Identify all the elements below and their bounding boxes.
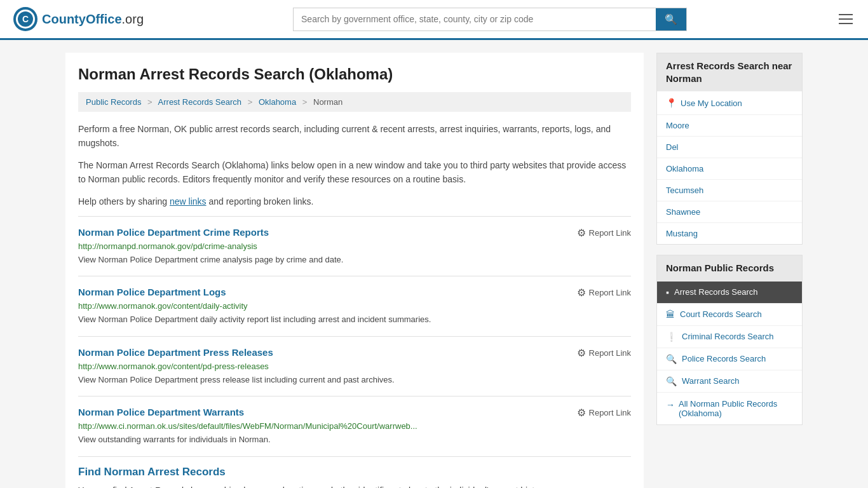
public-records-item-0[interactable]: ▪ Arrest Records Search xyxy=(657,281,802,303)
page-title: Norman Arrest Records Search (Oklahoma) xyxy=(78,65,631,83)
arrow-icon: → xyxy=(666,400,675,410)
sidebar: Arrest Records Search near Norman 📍 Use … xyxy=(656,53,803,488)
content-area: Norman Arrest Records Search (Oklahoma) … xyxy=(65,53,644,488)
report-link-btn-2[interactable]: ⚙ Report Link xyxy=(577,347,631,359)
records-container: Norman Police Department Crime Reports ⚙… xyxy=(78,216,631,456)
report-icon-0: ⚙ xyxy=(577,227,586,239)
breadcrumb-arrest-records[interactable]: Arrest Records Search xyxy=(158,97,242,107)
record-header: Norman Police Department Warrants ⚙ Repo… xyxy=(78,407,631,419)
nearby-card: Arrest Records Search near Norman 📍 Use … xyxy=(656,53,803,245)
pin-icon: 📍 xyxy=(666,98,677,108)
report-link-btn-0[interactable]: ⚙ Report Link xyxy=(577,227,631,239)
breadcrumb-sep-1: > xyxy=(147,97,153,107)
record-item: Norman Police Department Warrants ⚙ Repo… xyxy=(78,396,631,456)
public-records-item-1[interactable]: 🏛 Court Records Search xyxy=(657,303,802,325)
nearby-card-header: Arrest Records Search near Norman xyxy=(657,53,802,91)
record-url-2[interactable]: http://www.normanok.gov/content/pd-press… xyxy=(78,362,631,371)
report-link-btn-1[interactable]: ⚙ Report Link xyxy=(577,287,631,299)
description-line1: Perform a free Norman, OK public arrest … xyxy=(78,122,631,151)
all-records-label: All Norman Public Records (Oklahoma) xyxy=(679,399,793,418)
find-section-desc: You can find Arrest Records by searching… xyxy=(78,484,631,488)
record-title-0[interactable]: Norman Police Department Crime Reports xyxy=(78,227,269,238)
record-header: Norman Police Department Crime Reports ⚙… xyxy=(78,227,631,239)
use-my-location[interactable]: 📍 Use My Location xyxy=(657,91,802,114)
record-title-3[interactable]: Norman Police Department Warrants xyxy=(78,407,244,417)
public-records-items: ▪ Arrest Records Search 🏛 Court Records … xyxy=(657,281,802,392)
report-label-1: Report Link xyxy=(589,288,631,297)
search-bar: 🔍 xyxy=(293,8,687,31)
sidebar-item-icon-2: ❕ xyxy=(666,332,677,342)
sidebar-item-icon-4: 🔍 xyxy=(666,376,677,386)
main-wrapper: Norman Arrest Records Search (Oklahoma) … xyxy=(53,40,815,488)
record-title-2[interactable]: Norman Police Department Press Releases xyxy=(78,347,273,358)
report-link-btn-3[interactable]: ⚙ Report Link xyxy=(577,407,631,419)
report-icon-2: ⚙ xyxy=(577,347,586,359)
public-records-header: Norman Public Records xyxy=(657,255,802,281)
report-icon-1: ⚙ xyxy=(577,287,586,299)
logo-text: CountyOffice.org xyxy=(42,12,144,27)
description-line3: Help others by sharing new links and rep… xyxy=(78,194,631,208)
desc-suffix: and reporting broken links. xyxy=(207,196,314,207)
new-links-link[interactable]: new links xyxy=(170,196,207,207)
record-desc-3: View outstanding warrants for individual… xyxy=(78,433,631,446)
sidebar-item-label-1: Court Records Search xyxy=(680,309,762,319)
record-desc-2: View Norman Police Department press rele… xyxy=(78,374,631,386)
record-desc-0: View Norman Police Department crime anal… xyxy=(78,254,631,266)
record-header: Norman Police Department Press Releases … xyxy=(78,347,631,359)
sidebar-item-label-3: Police Records Search xyxy=(682,354,766,363)
breadcrumb-public-records[interactable]: Public Records xyxy=(86,97,141,107)
public-records-card: Norman Public Records ▪ Arrest Records S… xyxy=(656,255,803,425)
sidebar-item-label-4: Warrant Search xyxy=(682,376,740,386)
record-title-1[interactable]: Norman Police Department Logs xyxy=(78,287,226,297)
logo-area: C CountyOffice.org xyxy=(13,6,144,32)
record-url-1[interactable]: http://www.normanok.gov/content/daily-ac… xyxy=(78,301,631,311)
nearby-item-2[interactable]: Oklahoma xyxy=(657,158,802,179)
sidebar-item-label-0: Arrest Records Search xyxy=(674,287,758,297)
search-icon: 🔍 xyxy=(665,14,677,25)
breadcrumb: Public Records > Arrest Records Search >… xyxy=(78,92,631,112)
nearby-item-3[interactable]: Tecumseh xyxy=(657,179,802,201)
record-item: Norman Police Department Logs ⚙ Report L… xyxy=(78,276,631,336)
desc-prefix: Help others by sharing xyxy=(78,196,170,207)
nearby-item-0[interactable]: Moore xyxy=(657,114,802,136)
sidebar-item-icon-3: 🔍 xyxy=(666,354,677,364)
menu-line-2 xyxy=(839,18,853,20)
public-records-item-4[interactable]: 🔍 Warrant Search xyxy=(657,370,802,392)
nearby-item-1[interactable]: Del xyxy=(657,136,802,158)
nearby-item-5[interactable]: Mustang xyxy=(657,222,802,244)
report-label-0: Report Link xyxy=(589,228,631,238)
breadcrumb-sep-3: > xyxy=(302,97,308,107)
breadcrumb-oklahoma[interactable]: Oklahoma xyxy=(259,97,296,107)
report-label-3: Report Link xyxy=(589,408,631,417)
menu-line-1 xyxy=(839,14,853,15)
public-records-item-2[interactable]: ❕ Criminal Records Search xyxy=(657,325,802,348)
svg-text:C: C xyxy=(22,14,29,24)
logo-icon: C xyxy=(13,6,38,32)
record-header: Norman Police Department Logs ⚙ Report L… xyxy=(78,287,631,299)
breadcrumb-current: Norman xyxy=(313,97,342,107)
use-location-label: Use My Location xyxy=(681,98,742,108)
all-records-link[interactable]: → All Norman Public Records (Oklahoma) xyxy=(657,392,802,424)
menu-line-3 xyxy=(839,23,853,24)
record-url-3[interactable]: http://www.ci.norman.ok.us/sites/default… xyxy=(78,421,631,431)
search-button[interactable]: 🔍 xyxy=(656,8,686,30)
sidebar-item-icon-1: 🏛 xyxy=(666,309,675,320)
record-item: Norman Police Department Press Releases … xyxy=(78,336,631,396)
record-item: Norman Police Department Crime Reports ⚙… xyxy=(78,216,631,276)
find-section-heading: Find Norman Arrest Records xyxy=(78,456,631,484)
record-url-0[interactable]: http://normanpd.normanok.gov/pd/crime-an… xyxy=(78,241,631,251)
sidebar-item-label-2: Criminal Records Search xyxy=(682,332,774,341)
nearby-item-4[interactable]: Shawnee xyxy=(657,201,802,222)
search-input[interactable] xyxy=(294,9,656,29)
breadcrumb-sep-2: > xyxy=(248,97,253,107)
record-desc-1: View Norman Police Department daily acti… xyxy=(78,313,631,326)
public-records-item-3[interactable]: 🔍 Police Records Search xyxy=(657,348,802,370)
sidebar-item-icon-0: ▪ xyxy=(666,287,669,297)
nearby-items-container: MooreDelOklahomaTecumsehShawneeMustang xyxy=(657,114,802,244)
menu-button[interactable] xyxy=(836,11,855,27)
report-icon-3: ⚙ xyxy=(577,407,586,419)
report-label-2: Report Link xyxy=(589,348,631,358)
header: C CountyOffice.org 🔍 xyxy=(0,0,868,40)
description-line2: The Norman Arrest Records Search (Oklaho… xyxy=(78,158,631,187)
